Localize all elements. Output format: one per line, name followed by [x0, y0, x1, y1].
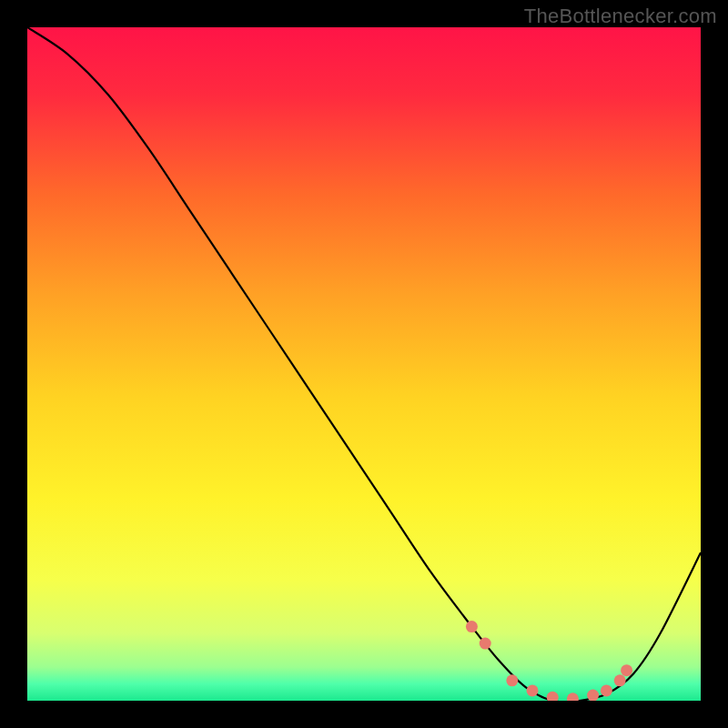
marker-points	[466, 621, 632, 701]
marker-point	[527, 684, 539, 696]
marker-point	[547, 692, 559, 701]
marker-point	[614, 674, 626, 686]
plot-area	[27, 27, 701, 701]
marker-point	[466, 621, 478, 632]
marker-point	[567, 693, 579, 701]
watermark-text: TheBottlenecker.com	[524, 5, 717, 28]
marker-point	[506, 674, 518, 686]
marker-point	[480, 638, 491, 650]
marker-point	[587, 690, 599, 701]
bottleneck-curve	[27, 27, 701, 701]
curve-layer	[27, 27, 701, 701]
marker-point	[621, 664, 632, 676]
marker-point	[601, 684, 612, 696]
